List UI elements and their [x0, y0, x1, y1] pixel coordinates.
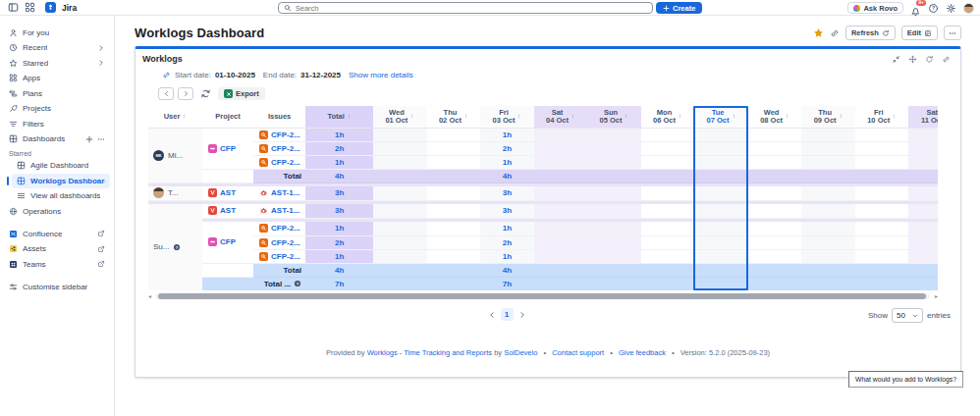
sort-icon[interactable]: [624, 113, 628, 120]
edit-button[interactable]: Edit: [901, 26, 938, 40]
expand-icon[interactable]: [908, 55, 917, 64]
day-cell[interactable]: 2h: [480, 235, 534, 249]
reload-data-icon[interactable]: [200, 88, 211, 99]
sidebar-item-starred[interactable]: Starred: [4, 56, 110, 71]
sidebar-item-plans[interactable]: Plans: [4, 86, 110, 101]
notifications-bell-icon[interactable]: 9+: [910, 3, 921, 14]
scroll-left-arrow[interactable]: ◂: [148, 292, 151, 300]
col-header-project[interactable]: Project: [202, 106, 253, 128]
qfill-icon[interactable]: ?: [173, 243, 181, 251]
ask-rovo-button[interactable]: Ask Rovo: [847, 2, 903, 14]
sidebar-item-recent[interactable]: Recent: [4, 40, 110, 55]
project-link[interactable]: AST: [220, 188, 236, 197]
scroll-right-arrow[interactable]: ▸: [935, 292, 938, 300]
gadget-link-icon[interactable]: [942, 55, 951, 64]
total-cell[interactable]: 3h: [305, 186, 373, 200]
project-link[interactable]: AST: [220, 206, 236, 215]
project-cell[interactable]: CFP: [202, 222, 253, 263]
issue-key-link[interactable]: CFP-2...: [271, 158, 300, 167]
col-header-mon-06-oct[interactable]: Mon06 Oct: [641, 106, 695, 128]
total-cell[interactable]: 2h: [305, 235, 373, 249]
total-cell[interactable]: 1h: [305, 222, 373, 235]
sidebar-item-assets[interactable]: Assets: [4, 241, 110, 256]
sort-icon[interactable]: [678, 113, 682, 120]
search-input[interactable]: [296, 4, 647, 13]
scrollbar-thumb[interactable]: [158, 293, 926, 299]
sort-icon[interactable]: [571, 113, 575, 120]
col-header-thu-09-oct[interactable]: Thu09 Oct: [801, 106, 855, 128]
global-search[interactable]: [278, 2, 653, 14]
issue-key-link[interactable]: AST-1...: [271, 206, 299, 215]
next-period-button[interactable]: [178, 87, 193, 100]
day-cell[interactable]: 3h: [480, 186, 534, 200]
issue-key-link[interactable]: AST-1...: [271, 188, 299, 197]
next-page-icon[interactable]: [518, 311, 526, 319]
project-cell[interactable]: AST: [202, 204, 253, 218]
day-cell[interactable]: 4h: [480, 263, 534, 277]
sort-icon[interactable]: [409, 113, 414, 120]
total-cell[interactable]: 1h: [305, 155, 373, 169]
day-cell[interactable]: 1h: [480, 155, 534, 169]
sort-icon[interactable]: [839, 113, 844, 120]
project-cell[interactable]: AST: [202, 186, 253, 200]
contact-support-link[interactable]: Contact support: [552, 348, 604, 357]
col-header-issues[interactable]: Issues: [253, 106, 305, 128]
issue-key-link[interactable]: CFP-2...: [271, 238, 300, 247]
chevron-right-icon[interactable]: [97, 59, 105, 67]
sidebar-item-for-you[interactable]: For you: [4, 26, 110, 40]
create-button[interactable]: Create: [656, 2, 702, 14]
soldevelo-link[interactable]: SolDevelo: [504, 348, 537, 357]
more-actions-button[interactable]: [944, 26, 961, 40]
gadget-refresh-icon[interactable]: [925, 55, 934, 64]
help-icon[interactable]: ?: [928, 3, 939, 14]
col-header-thu-02-oct[interactable]: Thu02 Oct: [427, 106, 481, 128]
col-header-tue-07-oct[interactable]: Tue07 Oct: [694, 106, 748, 128]
day-cell[interactable]: 1h: [480, 222, 534, 235]
plus-icon[interactable]: [85, 135, 93, 143]
prev-period-button[interactable]: [158, 87, 174, 100]
day-cell[interactable]: 2h: [480, 141, 534, 155]
col-header-user[interactable]: User: [148, 106, 202, 128]
day-cell[interactable]: 4h: [480, 169, 534, 182]
day-cell[interactable]: 1h: [480, 128, 534, 141]
sidebar-item-customise-sidebar[interactable]: Customise sidebar: [4, 280, 110, 294]
issue-key-link[interactable]: CFP-2...: [271, 224, 300, 233]
day-cell[interactable]: 7h: [480, 277, 534, 290]
issue-cell[interactable]: AST-1...: [253, 204, 305, 218]
project-cell[interactable]: CFP: [202, 128, 253, 169]
qfill-icon[interactable]: ?: [294, 280, 301, 287]
sidebar-item-worklogs-dashboard[interactable]: Worklogs Dashboard: [12, 174, 110, 188]
sort-icon[interactable]: [732, 113, 736, 120]
filter-link-icon[interactable]: [162, 71, 171, 79]
col-header-fri-03-oct[interactable]: Fri03 Oct: [480, 106, 534, 128]
sidebar-item-apps[interactable]: Apps: [4, 71, 110, 85]
issue-key-link[interactable]: CFP-2...: [271, 130, 300, 139]
sort-icon[interactable]: [182, 113, 187, 120]
give-feedback-link[interactable]: Give feedback: [619, 348, 666, 357]
worklogs-app-link[interactable]: Worklogs - Time Tracking and Reports: [367, 348, 492, 357]
issue-cell[interactable]: CFP-2...: [253, 155, 305, 169]
col-header-sat-04-oct[interactable]: Sat04 Oct: [534, 106, 588, 128]
project-link[interactable]: CFP: [220, 144, 236, 153]
issue-key-link[interactable]: CFP-2...: [271, 144, 300, 153]
sort-icon[interactable]: [892, 113, 897, 120]
sort-icon[interactable]: [463, 113, 468, 120]
total-cell[interactable]: 4h: [305, 263, 373, 277]
issue-cell[interactable]: CFP-2...: [253, 128, 305, 141]
settings-gear-icon[interactable]: [946, 3, 956, 14]
chevron-right-icon[interactable]: [97, 44, 105, 52]
export-button[interactable]: Export: [218, 87, 265, 100]
total-cell[interactable]: 3h: [305, 204, 373, 218]
sidebar-item-agile-dashboard[interactable]: Agile Dashboard: [12, 158, 110, 173]
sidebar-item-operations[interactable]: Operations: [4, 204, 110, 219]
issue-cell[interactable]: AST-1...: [253, 186, 305, 200]
project-link[interactable]: CFP: [220, 237, 236, 246]
user-cell[interactable]: Su...?: [148, 204, 202, 290]
sidebar-item-projects[interactable]: Projects: [4, 101, 110, 116]
day-cell[interactable]: 3h: [480, 204, 534, 218]
sidebar-item-view-all-dashboards[interactable]: View all dashboards: [12, 188, 110, 203]
total-cell[interactable]: 1h: [305, 128, 373, 141]
col-header-wed-01-oct[interactable]: Wed01 Oct: [373, 106, 427, 128]
col-header-fri-10-oct[interactable]: Fri10 Oct: [855, 106, 909, 128]
col-header-sat-11-oct[interactable]: Sat11 Oct: [908, 106, 938, 128]
